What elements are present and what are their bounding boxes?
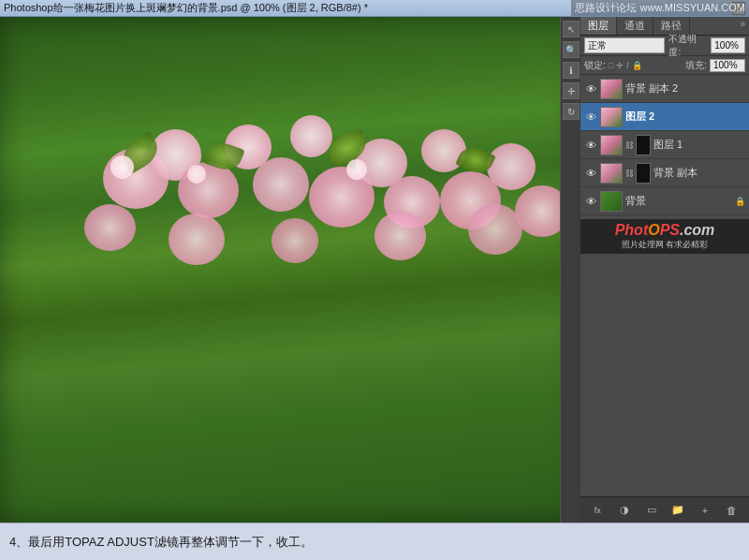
- toolbar-zoom-icon[interactable]: 🔍: [563, 41, 580, 58]
- toolbar-move-icon[interactable]: ✛: [563, 82, 580, 99]
- tab-channels[interactable]: 通道: [617, 17, 654, 35]
- group-button[interactable]: 📁: [669, 502, 686, 519]
- layer-thumbnail: [600, 191, 623, 212]
- mask-button[interactable]: ▭: [643, 502, 660, 519]
- layer-item[interactable]: 👁 背景 副本 2: [580, 75, 749, 103]
- blend-opacity-row: 正常 不透明度: 100%: [580, 36, 749, 56]
- lock-fill-row: 锁定: □ ✛ / 🔒 填充: 100%: [580, 56, 749, 75]
- opacity-input[interactable]: 100%: [711, 37, 745, 53]
- adjustment-button[interactable]: ◑: [616, 502, 633, 519]
- lock-paint-icon[interactable]: /: [626, 61, 629, 70]
- fx-button[interactable]: fx: [589, 502, 606, 519]
- layer-item-active[interactable]: 👁 图层 2: [580, 103, 749, 131]
- opacity-label: 不透明度:: [668, 33, 707, 59]
- status-bar: 4、最后用TOPAZ ADJUST滤镜再整体调节一下，收工。: [0, 523, 749, 560]
- canvas-area: [0, 17, 580, 523]
- layers-panel: 图层 通道 路径 » 正常 不透明度: 100% 锁定: □ ✛ / 🔒 填充:…: [580, 17, 749, 523]
- layer-thumbnail: [600, 107, 623, 127]
- new-layer-button[interactable]: +: [697, 502, 713, 519]
- layer-item-bg[interactable]: 👁 背景 🔒: [580, 187, 749, 215]
- site-label: 思路设计论坛 www.MISSYUAN.COM: [571, 0, 749, 16]
- delete-layer-button[interactable]: 🗑: [724, 502, 741, 519]
- layers-list: 👁 背景 副本 2 👁 图层 2 👁 ⛓ 图层 1 👁 ⛓: [580, 75, 749, 496]
- lock-all-icon[interactable]: 🔒: [632, 61, 642, 70]
- layer-item[interactable]: 👁 ⛓ 图层 1: [580, 131, 749, 159]
- lock-square-icon[interactable]: □: [609, 61, 613, 70]
- layer-visibility-icon[interactable]: 👁: [584, 111, 597, 124]
- tab-layers[interactable]: 图层: [580, 17, 617, 35]
- toolbar-arrow-icon[interactable]: ↖: [563, 21, 580, 37]
- layer-visibility-icon[interactable]: 👁: [584, 139, 597, 152]
- layer-visibility-icon[interactable]: 👁: [584, 195, 597, 208]
- photo: [0, 17, 580, 523]
- layer-name: 图层 2: [625, 110, 745, 124]
- layer-item[interactable]: 👁 ⛓ 背景 副本: [580, 159, 749, 187]
- status-text: 4、最后用TOPAZ ADJUST滤镜再整体调节一下，收工。: [9, 534, 313, 551]
- blend-mode-select[interactable]: 正常: [584, 37, 665, 53]
- layer-lock-icon: 🔒: [735, 197, 745, 206]
- watermark-logo: PhotOPS.com: [615, 222, 715, 239]
- layer-name: 背景: [625, 194, 732, 208]
- layer-visibility-icon[interactable]: 👁: [584, 82, 597, 96]
- panel-tabs: 图层 通道 路径 »: [580, 17, 749, 36]
- fill-input[interactable]: 100%: [710, 59, 745, 72]
- layer-thumbnail: [600, 163, 623, 184]
- layer-visibility-icon[interactable]: 👁: [584, 167, 597, 180]
- layer-name: 背景 副本 2: [625, 81, 745, 96]
- layer-thumbnail: [600, 135, 623, 155]
- lock-move-icon[interactable]: ✛: [616, 61, 624, 70]
- layer-thumbnail: [600, 79, 623, 99]
- toolbar-rotate-icon[interactable]: ↻: [563, 103, 580, 120]
- layer-name: 图层 1: [654, 138, 745, 152]
- layer-chain-icon: ⛓: [625, 140, 633, 150]
- layer-mask-thumbnail: [636, 135, 651, 155]
- layer-mask-thumbnail: [636, 163, 651, 184]
- right-toolbar: ↖ 🔍 ℹ ✛ ↻: [560, 17, 580, 523]
- fill-label: 填充:: [685, 59, 707, 72]
- watermark: PhotOPS.com 照片处理网 有求必精彩: [580, 219, 749, 254]
- flower-branch: [28, 111, 534, 373]
- watermark-subtitle: 照片处理网 有求必精彩: [622, 239, 709, 251]
- toolbar-info-icon[interactable]: ℹ: [563, 62, 580, 79]
- panel-bottom-toolbar: fx ◑ ▭ 📁 + 🗑: [580, 496, 749, 523]
- layer-name: 背景 副本: [654, 166, 745, 180]
- panel-expand-icon[interactable]: »: [736, 17, 749, 35]
- layer-chain-icon: ⛓: [625, 169, 633, 178]
- lock-label: 锁定:: [584, 59, 606, 72]
